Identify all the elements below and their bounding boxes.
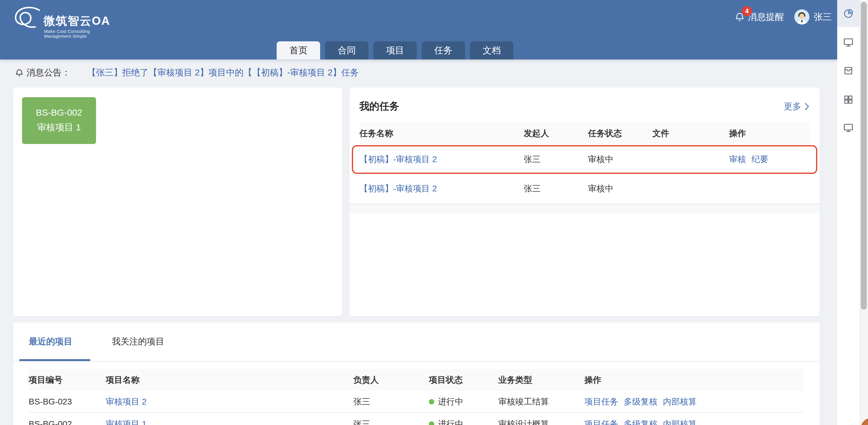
tab-document[interactable]: 文档 <box>470 41 514 60</box>
app-header: 微筑智云OA Make Cost Consulting Management S… <box>0 0 838 60</box>
tab-contract[interactable]: 合同 <box>325 41 369 60</box>
project-card[interactable]: BS-BG-002 审核项目 1 <box>22 97 96 144</box>
notification-button[interactable]: 4 消息提醒 <box>734 11 784 23</box>
tab-project[interactable]: 项目 <box>373 41 417 60</box>
task-name-link[interactable]: 【初稿】-审核项目 2 <box>360 183 524 194</box>
task-name-link[interactable]: 【初稿】-审核项目 2 <box>360 154 524 165</box>
tasks-col-name: 任务名称 <box>360 128 524 139</box>
task-initiator: 张三 <box>524 183 588 194</box>
proj-col-name: 项目名称 <box>106 374 353 386</box>
sidebar-item-inbox[interactable] <box>837 63 860 78</box>
project-type: 审核设计概算 <box>498 418 584 425</box>
tasks-col-status: 任务状态 <box>588 128 652 139</box>
main-nav-tabs: 首页 合同 项目 任务 文档 <box>277 41 514 60</box>
projects-card-panel: BS-BG-002 审核项目 1 <box>13 88 342 316</box>
sidebar-item-apps[interactable] <box>837 92 860 107</box>
tab-recent-projects[interactable]: 最近的项目 <box>29 336 72 348</box>
announcement-bell-icon <box>14 68 24 77</box>
announcement-label: 消息公告： <box>27 67 70 79</box>
tasks-col-actions: 操作 <box>729 128 810 139</box>
project-code: BS-BG-002 <box>29 419 106 425</box>
notification-label: 消息提醒 <box>748 11 784 23</box>
project-action-multireview[interactable]: 多级复核 <box>624 396 657 407</box>
my-tasks-more-link[interactable]: 更多 <box>784 100 810 112</box>
proj-col-code: 项目编号 <box>29 374 106 386</box>
task-status: 审核中 <box>588 154 652 165</box>
notification-badge: 4 <box>742 6 752 16</box>
projects-table-header: 项目编号 项目名称 负责人 项目状态 业务类型 操作 <box>29 369 804 391</box>
header-right: 4 消息提醒 张三 <box>734 0 832 34</box>
brand-tagline: Make Cost Consulting Management Simple <box>44 29 115 39</box>
monitor-icon <box>843 37 854 48</box>
status-dot <box>429 421 434 425</box>
project-action-tasks[interactable]: 项目任务 <box>584 418 618 425</box>
brand-name: 微筑智云OA <box>43 13 110 29</box>
project-action-tasks[interactable]: 项目任务 <box>584 396 618 407</box>
tasks-col-file: 文件 <box>652 128 729 139</box>
task-action-minutes[interactable]: 纪要 <box>751 154 768 165</box>
project-status: 进行中 <box>429 418 498 425</box>
table-row: BS-BG-002 审核项目 1 张三 进行中 审核设计概算 项目任务 多级复核… <box>29 413 804 425</box>
announcement-link[interactable]: 【张三】拒绝了【审核项目 2】项目中的【【初稿】-审核项目 2】任务 <box>87 67 359 79</box>
project-actions: 项目任务 多级复核 内部核算 <box>584 418 804 425</box>
pie-chart-icon <box>843 8 854 19</box>
tasks-col-initiator: 发起人 <box>524 128 588 139</box>
app-screen: 微筑智云OA Make Cost Consulting Management S… <box>0 0 868 425</box>
user-menu[interactable]: 张三 <box>794 9 832 25</box>
right-sidebar <box>837 0 860 425</box>
task-initiator: 张三 <box>524 154 588 165</box>
brand-swirl-icon <box>12 4 43 31</box>
project-action-internal[interactable]: 内部核算 <box>663 396 697 407</box>
project-card-code: BS-BG-002 <box>36 107 82 118</box>
project-status: 进行中 <box>429 396 498 407</box>
tasks-table-footer <box>349 204 820 214</box>
announcement-bar: 消息公告： 【张三】拒绝了【审核项目 2】项目中的【【初稿】-审核项目 2】任务 <box>0 60 838 86</box>
brand-logo[interactable]: 微筑智云OA Make Cost Consulting Management S… <box>12 4 115 37</box>
sidebar-item-workspace[interactable] <box>837 35 860 50</box>
table-row: 【初稿】-审核项目 2 张三 审核中 <box>360 174 810 203</box>
tab-task[interactable]: 任务 <box>422 41 465 60</box>
grid-icon <box>843 94 854 105</box>
user-avatar <box>794 9 809 25</box>
project-owner: 张三 <box>353 418 429 425</box>
inbox-icon <box>843 65 854 76</box>
more-label: 更多 <box>784 100 801 112</box>
status-dot <box>429 399 434 404</box>
task-status: 审核中 <box>588 183 652 194</box>
my-tasks-panel: 我的任务 更多 任务名称 发起人 任务状态 文件 操作 【初稿】-审核项目 2 … <box>349 88 820 316</box>
user-name: 张三 <box>814 11 832 23</box>
my-tasks-header: 我的任务 更多 <box>349 88 820 122</box>
proj-col-actions: 操作 <box>584 374 804 386</box>
projects-tabs: 最近的项目 我关注的项目 <box>13 322 820 362</box>
project-card-name: 审核项目 1 <box>37 121 81 134</box>
tab-followed-projects[interactable]: 我关注的项目 <box>112 336 164 348</box>
project-action-multireview[interactable]: 多级复核 <box>624 418 657 425</box>
status-text: 进行中 <box>438 418 463 425</box>
proj-col-status: 项目状态 <box>429 374 498 386</box>
proj-col-type: 业务类型 <box>498 374 584 386</box>
table-row: 【初稿】-审核项目 2 张三 审核中 审核 纪要 <box>360 144 810 174</box>
tab-home[interactable]: 首页 <box>277 41 320 60</box>
task-actions: 审核 纪要 <box>729 154 810 165</box>
tabs-divider <box>13 361 820 362</box>
monitor-icon <box>843 122 854 133</box>
project-name-link[interactable]: 审核项目 2 <box>106 396 353 407</box>
scrollbar-thumb[interactable] <box>861 2 867 310</box>
projects-panel: 最近的项目 我关注的项目 项目编号 项目名称 负责人 项目状态 业务类型 操作 … <box>13 322 820 425</box>
more-chevron-icon <box>804 102 810 111</box>
project-actions: 项目任务 多级复核 内部核算 <box>584 396 804 407</box>
sidebar-item-display[interactable] <box>837 120 860 135</box>
project-action-internal[interactable]: 内部核算 <box>663 418 697 425</box>
tasks-table-header: 任务名称 发起人 任务状态 文件 操作 <box>360 122 810 144</box>
my-tasks-title: 我的任务 <box>360 100 399 113</box>
task-action-review[interactable]: 审核 <box>729 154 746 165</box>
project-owner: 张三 <box>353 396 429 407</box>
project-code: BS-BG-023 <box>29 397 106 406</box>
table-row: BS-BG-023 审核项目 2 张三 进行中 审核竣工结算 项目任务 多级复核… <box>29 391 804 413</box>
project-type: 审核竣工结算 <box>498 396 584 407</box>
proj-col-owner: 负责人 <box>353 374 429 386</box>
project-name-link[interactable]: 审核项目 1 <box>106 418 353 425</box>
sidebar-item-dashboard[interactable] <box>837 0 860 27</box>
status-text: 进行中 <box>438 396 463 407</box>
